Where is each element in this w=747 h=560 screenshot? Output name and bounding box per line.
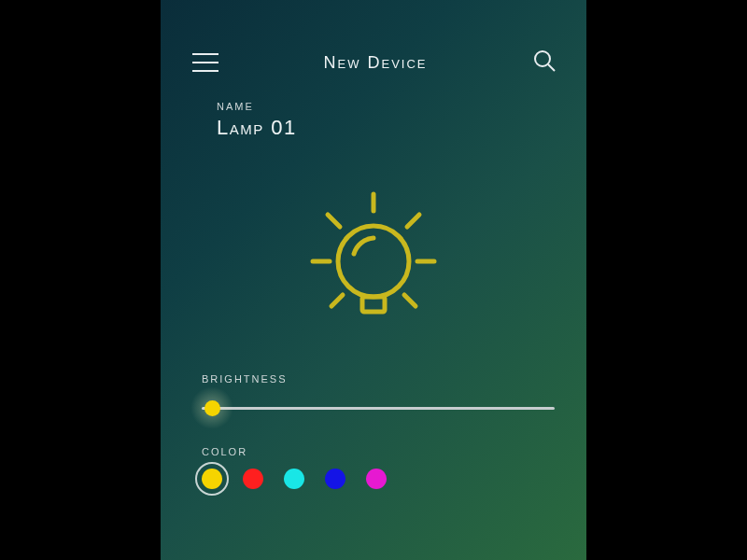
svg-line-9 — [331, 295, 343, 306]
svg-line-10 — [404, 295, 416, 306]
search-icon[interactable] — [532, 49, 557, 77]
page-title: New Device — [324, 53, 428, 73]
name-section: NAME Lamp 01 — [161, 78, 586, 140]
color-swatch-yellow[interactable] — [202, 469, 222, 489]
header: New Device — [161, 0, 586, 78]
svg-line-5 — [328, 215, 340, 227]
name-value[interactable]: Lamp 01 — [217, 116, 586, 140]
brightness-section: BRIGHTNESS — [161, 336, 586, 422]
color-swatch-red[interactable] — [243, 469, 263, 489]
color-label: COLOR — [202, 446, 555, 457]
svg-line-1 — [548, 64, 555, 71]
color-swatches — [202, 469, 555, 489]
color-swatch-blue[interactable] — [325, 469, 345, 489]
slider-track — [202, 407, 555, 410]
device-illustration — [161, 177, 586, 336]
color-swatch-magenta[interactable] — [366, 469, 387, 489]
svg-rect-3 — [362, 297, 385, 312]
name-label: NAME — [217, 101, 586, 112]
svg-point-0 — [535, 51, 550, 66]
slider-handle[interactable] — [204, 400, 220, 416]
brightness-label: BRIGHTNESS — [202, 373, 555, 385]
menu-icon[interactable] — [192, 47, 218, 78]
color-swatch-cyan[interactable] — [284, 469, 304, 489]
bulb-icon — [294, 177, 453, 336]
svg-line-6 — [407, 215, 419, 227]
brightness-slider[interactable] — [202, 394, 555, 422]
color-section: COLOR — [161, 422, 586, 489]
device-screen: New Device NAME Lamp 01 — [161, 0, 586, 560]
